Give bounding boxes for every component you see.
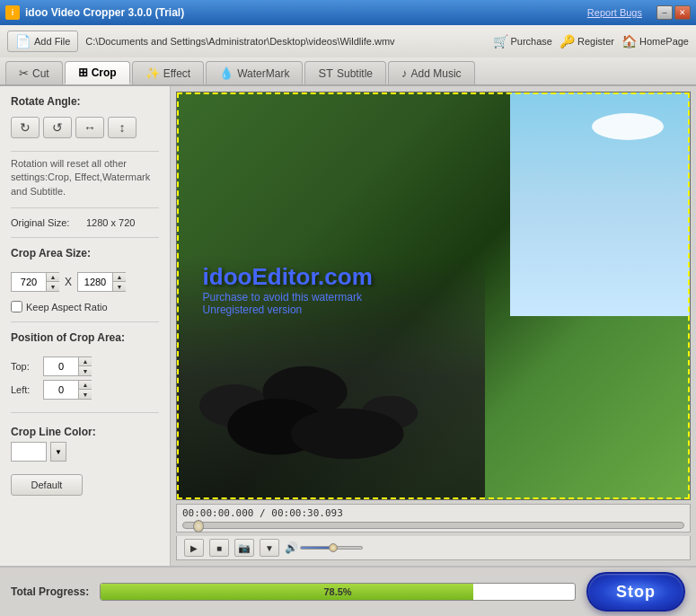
watermark-icon: 💧: [219, 66, 233, 80]
crop-size-row: ▲ ▼ X ▲ ▼: [11, 272, 159, 292]
crop-height-up[interactable]: ▲: [113, 273, 126, 282]
color-swatch[interactable]: [11, 442, 47, 462]
keep-aspect-ratio-checkbox[interactable]: [11, 301, 22, 312]
left-spinner[interactable]: ▲ ▼: [43, 380, 92, 400]
report-bugs-link[interactable]: Report Bugs: [587, 7, 642, 18]
tab-watermark[interactable]: 💧 WaterMark: [206, 61, 303, 84]
crop-width-spinner[interactable]: ▲ ▼: [11, 272, 59, 292]
purchase-icon: 🛒: [493, 34, 508, 48]
flip-v-button[interactable]: ↕: [108, 117, 137, 138]
homepage-button[interactable]: 🏠 HomePage: [621, 34, 689, 48]
file-path: C:\Documents and Settings\Administrator\…: [85, 36, 485, 47]
tab-effect[interactable]: ✨ Effect: [132, 61, 204, 84]
content-area: Rotate Angle: ↻ ↺ ↔ ↕ Rotation will rese…: [0, 86, 696, 566]
time-display: 00:00:00.000 / 00:00:30.093: [182, 507, 684, 519]
stop-player-button[interactable]: ■: [209, 539, 229, 557]
left-arrows: ▲ ▼: [78, 381, 91, 399]
tab-cut-label: Cut: [32, 67, 49, 80]
rotate-ccw-button[interactable]: ↺: [43, 117, 72, 138]
left-row: Left: ▲ ▼: [11, 380, 159, 400]
original-size-value: 1280 x 720: [86, 217, 135, 228]
tab-subtitle[interactable]: ST Subtitle: [304, 61, 386, 84]
crop-height-arrows: ▲ ▼: [112, 273, 125, 291]
purchase-button[interactable]: 🛒 Purchase: [493, 34, 552, 48]
crop-height-down[interactable]: ▼: [113, 282, 126, 291]
crop-line-color-label: Crop Line Color:: [11, 426, 159, 438]
tab-bar: ✂ Cut ⊞ Crop ✨ Effect 💧 WaterMark ST Sub…: [0, 57, 696, 86]
crop-area-size-label: Crop Area Size:: [11, 247, 159, 260]
screenshot-button[interactable]: 📷: [234, 539, 254, 557]
video-frame: idooEditor.com Purchase to avoid this wa…: [176, 92, 691, 500]
home-icon: 🏠: [621, 34, 637, 48]
tab-subtitle-label: Subtitle: [337, 67, 373, 80]
toolbar: 📄 Add File C:\Documents and Settings\Adm…: [0, 25, 696, 57]
addmusic-icon: ♪: [401, 66, 408, 80]
rotate-buttons: ↻ ↺ ↔ ↕: [11, 117, 159, 138]
divider-1: [11, 207, 159, 208]
subtitle-icon: ST: [318, 66, 333, 80]
video-content: idooEditor.com Purchase to avoid this wa…: [177, 92, 690, 499]
crop-x-label: X: [65, 276, 72, 288]
rotation-warning: Rotation will reset all other settings:C…: [11, 151, 159, 198]
play-button[interactable]: ▶: [184, 539, 204, 557]
homepage-label: HomePage: [639, 36, 689, 47]
left-panel: Rotate Angle: ↻ ↺ ↔ ↕ Rotation will rese…: [0, 86, 171, 566]
top-spinner[interactable]: ▲ ▼: [43, 356, 92, 376]
menu-button[interactable]: ▼: [260, 539, 279, 557]
crop-height-input[interactable]: [78, 273, 112, 291]
divider-4: [11, 412, 159, 413]
rotate-cw-button[interactable]: ↻: [11, 117, 40, 138]
tab-cut[interactable]: ✂ Cut: [5, 61, 63, 84]
seek-track[interactable]: [182, 522, 684, 529]
tab-addmusic[interactable]: ♪ Add Music: [388, 61, 475, 84]
keep-aspect-ratio-label: Keep Aspect Ratio: [26, 302, 108, 312]
stop-button[interactable]: Stop: [586, 572, 685, 612]
volume-track[interactable]: [300, 546, 363, 550]
main-container: 📄 Add File C:\Documents and Settings\Adm…: [0, 25, 696, 616]
crop-icon: ⊞: [78, 66, 88, 79]
add-file-label: Add File: [34, 36, 70, 47]
rotate-angle-label: Rotate Angle:: [11, 95, 159, 108]
top-input[interactable]: [44, 357, 78, 375]
volume-thumb[interactable]: [329, 543, 338, 552]
top-arrows: ▲ ▼: [78, 357, 91, 375]
top-up[interactable]: ▲: [79, 357, 92, 366]
toolbar-right: 🛒 Purchase 🔑 Register 🏠 HomePage: [493, 34, 690, 48]
default-button[interactable]: Default: [11, 474, 83, 496]
close-button[interactable]: ✕: [674, 5, 691, 20]
original-size-label: Original Size:: [11, 217, 83, 228]
top-down[interactable]: ▼: [79, 366, 92, 375]
register-label: Register: [577, 36, 614, 47]
flip-h-button[interactable]: ↔: [75, 117, 104, 138]
right-panel: idooEditor.com Purchase to avoid this wa…: [171, 86, 696, 566]
effect-icon: ✨: [145, 66, 160, 80]
divider-3: [11, 321, 159, 322]
cut-icon: ✂: [19, 66, 29, 80]
tab-crop-label: Crop: [92, 66, 117, 79]
progress-bar-fill: [101, 584, 472, 600]
title-bar: i idoo Video Cropper 3.0.0 (Trial) Repor…: [0, 0, 696, 25]
left-up[interactable]: ▲: [79, 381, 92, 390]
tab-watermark-label: WaterMark: [237, 67, 289, 80]
left-input[interactable]: [44, 381, 78, 399]
progress-bar-container: 78.5%: [100, 583, 576, 601]
crop-width-up[interactable]: ▲: [47, 273, 59, 282]
tab-crop[interactable]: ⊞ Crop: [65, 61, 130, 84]
tab-effect-label: Effect: [163, 67, 190, 80]
crop-width-down[interactable]: ▼: [47, 282, 59, 291]
crop-height-spinner[interactable]: ▲ ▼: [77, 272, 126, 292]
add-file-button[interactable]: 📄 Add File: [7, 31, 78, 52]
position-label: Position of Crop Area:: [11, 331, 159, 344]
crop-overlay: [177, 92, 690, 499]
crop-width-input[interactable]: [12, 273, 46, 291]
minimize-button[interactable]: –: [656, 5, 673, 20]
register-button[interactable]: 🔑 Register: [559, 34, 614, 48]
color-dropdown[interactable]: ▼: [50, 442, 66, 462]
volume-slider: 🔊: [285, 541, 363, 554]
left-down[interactable]: ▼: [79, 390, 92, 399]
top-label: Top:: [11, 361, 38, 372]
color-section: Crop Line Color: ▼: [11, 426, 159, 462]
timeline-bar: 00:00:00.000 / 00:00:30.093: [176, 504, 691, 532]
seek-thumb[interactable]: [193, 520, 204, 532]
crop-width-arrows: ▲ ▼: [46, 273, 58, 291]
